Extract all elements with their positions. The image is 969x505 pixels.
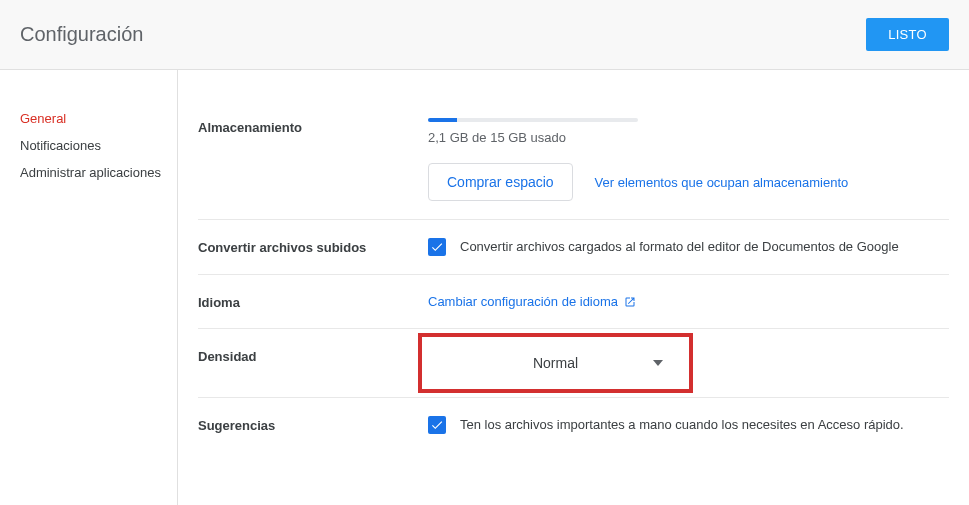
settings-main: Almacenamiento 2,1 GB de 15 GB usado Com…: [178, 70, 969, 505]
suggestions-checkbox-row: Ten los archivos importantes a mano cuan…: [428, 416, 949, 434]
content-area: General Notificaciones Administrar aplic…: [0, 70, 969, 505]
storage-content: 2,1 GB de 15 GB usado Comprar espacio Ve…: [428, 118, 949, 201]
change-language-link-text: Cambiar configuración de idioma: [428, 294, 618, 309]
suggestions-checkbox-label: Ten los archivos importantes a mano cuan…: [460, 416, 904, 432]
change-language-link[interactable]: Cambiar configuración de idioma: [428, 294, 636, 309]
view-storage-items-link[interactable]: Ver elementos que ocupan almacenamiento: [595, 175, 849, 190]
convert-checkbox-row: Convertir archivos cargados al formato d…: [428, 238, 949, 256]
checkmark-icon: [430, 240, 444, 254]
density-select[interactable]: Normal: [428, 347, 683, 379]
language-content: Cambiar configuración de idioma: [428, 293, 949, 310]
done-button[interactable]: LISTO: [866, 18, 949, 51]
page-title: Configuración: [20, 23, 143, 46]
chevron-down-icon: [653, 360, 663, 366]
density-content: Normal: [428, 347, 949, 379]
density-label: Densidad: [198, 347, 428, 379]
suggestions-row: Sugerencias Ten los archivos importantes…: [198, 397, 949, 452]
storage-row: Almacenamiento 2,1 GB de 15 GB usado Com…: [198, 100, 949, 219]
sidebar-item-general[interactable]: General: [20, 105, 177, 132]
suggestions-checkbox[interactable]: [428, 416, 446, 434]
convert-checkbox-label: Convertir archivos cargados al formato d…: [460, 238, 899, 254]
convert-label: Convertir archivos subidos: [198, 238, 428, 256]
sidebar-item-manage-apps[interactable]: Administrar aplicaciones: [20, 159, 177, 186]
external-link-icon: [624, 296, 636, 308]
storage-actions: Comprar espacio Ver elementos que ocupan…: [428, 163, 949, 201]
suggestions-content: Ten los archivos importantes a mano cuan…: [428, 416, 949, 434]
density-select-value: Normal: [533, 355, 578, 371]
suggestions-label: Sugerencias: [198, 416, 428, 434]
storage-progress-bar: [428, 118, 638, 122]
convert-content: Convertir archivos cargados al formato d…: [428, 238, 949, 256]
density-row: Densidad Normal: [198, 328, 949, 397]
language-label: Idioma: [198, 293, 428, 310]
density-select-wrap: Normal: [428, 347, 683, 379]
convert-row: Convertir archivos subidos Convertir arc…: [198, 219, 949, 274]
checkmark-icon: [430, 418, 444, 432]
header-bar: Configuración LISTO: [0, 0, 969, 70]
storage-progress-fill: [428, 118, 457, 122]
storage-usage-text: 2,1 GB de 15 GB usado: [428, 130, 949, 145]
language-row: Idioma Cambiar configuración de idioma: [198, 274, 949, 328]
sidebar-item-notifications[interactable]: Notificaciones: [20, 132, 177, 159]
storage-label: Almacenamiento: [198, 118, 428, 201]
convert-checkbox[interactable]: [428, 238, 446, 256]
settings-sidebar: General Notificaciones Administrar aplic…: [0, 70, 178, 505]
buy-storage-button[interactable]: Comprar espacio: [428, 163, 573, 201]
